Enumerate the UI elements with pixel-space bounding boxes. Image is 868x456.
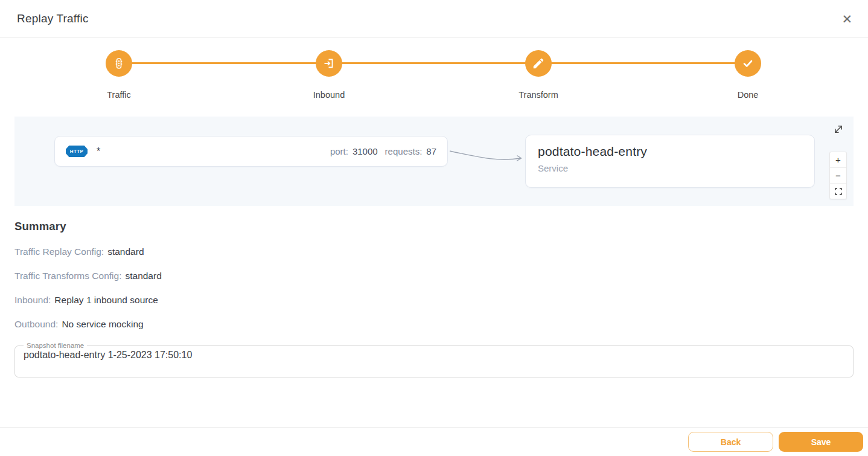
sign-in-icon xyxy=(316,50,342,77)
stepper-connector-line xyxy=(119,62,748,64)
zoom-in-button[interactable]: + xyxy=(830,152,846,168)
step-done[interactable]: Done xyxy=(700,49,796,100)
snapshot-filename-input[interactable] xyxy=(22,349,846,365)
summary-label: Traffic Transforms Config: xyxy=(14,271,121,281)
step-inbound[interactable]: Inbound xyxy=(281,49,377,100)
dialog-header: Replay Traffic ✕ xyxy=(0,0,868,38)
step-transform[interactable]: Transform xyxy=(490,49,587,100)
summary-label: Traffic Replay Config: xyxy=(14,246,104,257)
summary-label: Inbound: xyxy=(14,295,51,305)
close-icon[interactable]: ✕ xyxy=(841,13,852,25)
zoom-controls: + − xyxy=(829,152,847,199)
summary-value: standard xyxy=(107,246,144,257)
pencil-icon xyxy=(525,50,552,77)
step-label-inbound: Inbound xyxy=(281,90,377,100)
service-type-label: Service xyxy=(538,163,802,173)
summary-row-outbound: Outbound:No service mocking xyxy=(14,319,162,330)
summary-value: Replay 1 inbound source xyxy=(54,295,158,305)
page-title: Replay Traffic xyxy=(17,12,89,25)
edge-connector-arrow xyxy=(448,147,528,166)
fit-view-button[interactable] xyxy=(830,184,846,199)
save-button[interactable]: Save xyxy=(779,432,863,452)
service-node[interactable]: podtato-head-entry Service xyxy=(525,135,815,188)
step-traffic[interactable]: Traffic xyxy=(71,49,167,100)
traffic-diagram-canvas[interactable]: HTTP * port: 31000 requests: 87 podtato-… xyxy=(14,117,854,206)
summary-label: Outbound: xyxy=(14,319,58,329)
summary-heading: Summary xyxy=(14,220,162,233)
summary-section: Summary Traffic Replay Config:standard T… xyxy=(14,220,162,330)
step-label-transform: Transform xyxy=(490,90,587,100)
snapshot-filename-label: Snapshot filename xyxy=(24,342,87,349)
port-value: 31000 xyxy=(353,146,378,156)
summary-row-traffic-replay-config: Traffic Replay Config:standard xyxy=(14,246,162,257)
summary-row-traffic-transforms-config: Traffic Transforms Config:standard xyxy=(14,271,162,281)
service-name: podtato-head-entry xyxy=(538,144,802,159)
wizard-stepper: Traffic Inbound Transform Done xyxy=(0,49,868,111)
back-button[interactable]: Back xyxy=(688,432,773,452)
step-label-traffic: Traffic xyxy=(71,90,167,100)
requests-label: requests: xyxy=(385,146,423,156)
requests-value: 87 xyxy=(426,146,436,156)
dialog-footer: Back Save xyxy=(0,427,868,456)
node-stats: port: 31000 requests: 87 xyxy=(330,146,436,156)
route-path: * xyxy=(97,146,100,157)
http-protocol-badge: HTTP xyxy=(66,146,88,157)
summary-value: No service mocking xyxy=(62,319,143,329)
traffic-source-node[interactable]: HTTP * port: 31000 requests: 87 xyxy=(54,136,448,167)
summary-value: standard xyxy=(125,271,161,281)
summary-row-inbound: Inbound:Replay 1 inbound source xyxy=(14,295,162,306)
traffic-light-icon xyxy=(106,50,132,77)
port-label: port: xyxy=(330,146,348,156)
check-icon xyxy=(735,50,761,77)
snapshot-filename-field: Snapshot filename xyxy=(14,342,854,377)
step-label-done: Done xyxy=(700,90,796,100)
expand-diagram-icon[interactable] xyxy=(832,123,844,135)
zoom-out-button[interactable]: − xyxy=(830,168,846,184)
